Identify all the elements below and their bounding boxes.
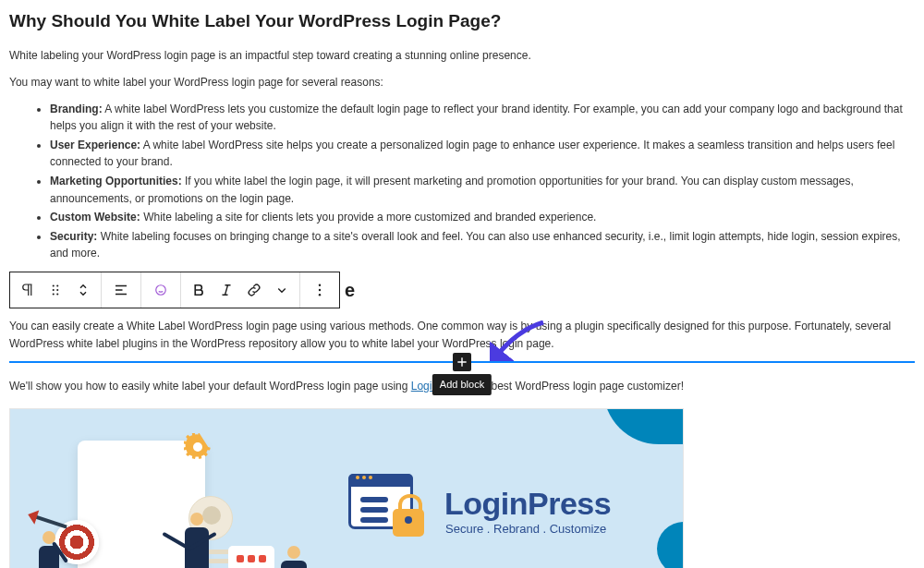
methods-paragraph: You can easily create a White Label Word… [9, 318, 915, 352]
person-illustration [32, 531, 66, 568]
ai-assist-button[interactable] [145, 272, 176, 308]
svg-point-8 [319, 289, 321, 291]
paragraph-block-icon[interactable] [14, 272, 42, 308]
more-rich-text-icon[interactable] [268, 272, 296, 308]
list-item: User Experience: A white label WordPress… [50, 137, 915, 171]
svg-point-1 [56, 284, 58, 286]
svg-point-4 [53, 293, 55, 295]
move-updown-icon[interactable] [69, 272, 97, 308]
svg-point-7 [319, 284, 321, 286]
italic-button[interactable] [213, 272, 240, 308]
svg-point-2 [53, 289, 55, 291]
reasons-list: Branding: A white label WordPress lets y… [9, 101, 915, 262]
plugin-banner: LoginPress Secure . Rebrand . Customize … [10, 409, 683, 568]
person-illustration [269, 546, 319, 568]
obscured-heading-fragment: e [339, 272, 355, 309]
svg-point-3 [56, 289, 58, 291]
more-options-button[interactable] [304, 272, 335, 308]
link-button[interactable] [240, 272, 268, 308]
list-item: Branding: A white label WordPress lets y… [50, 101, 915, 135]
svg-point-0 [53, 284, 55, 286]
add-block-tooltip: Add block [432, 374, 492, 395]
svg-point-5 [56, 293, 58, 295]
loginpress-tagline: Secure . Rebrand . Customize [445, 520, 606, 538]
intro-paragraph-1: White labeling your WordPress login page… [9, 47, 915, 65]
intro-paragraph-2: You may want to white label your WordPre… [9, 74, 915, 91]
person-illustration [176, 513, 217, 568]
svg-point-9 [319, 294, 321, 296]
list-item: Custom Website: White labeling a site fo… [50, 209, 915, 226]
plugin-embed: LoginPress Secure . Rebrand . Customize … [9, 408, 684, 568]
block-insertion-line: Add block [9, 361, 915, 363]
drag-handle-icon[interactable] [42, 272, 69, 308]
page-title: Why Should You White Label Your WordPres… [9, 7, 915, 34]
padlock-icon [393, 509, 424, 537]
add-block-button[interactable] [453, 353, 471, 371]
list-item: Security: White labeling focuses on brin… [50, 228, 915, 262]
gear-icon [184, 433, 212, 461]
bold-button[interactable] [185, 272, 213, 308]
list-item: Marketing Opportunities: If you white la… [50, 173, 915, 207]
svg-point-6 [156, 285, 166, 296]
block-toolbar: e [9, 272, 340, 308]
speech-bubble [228, 546, 274, 568]
align-button[interactable] [105, 272, 137, 308]
